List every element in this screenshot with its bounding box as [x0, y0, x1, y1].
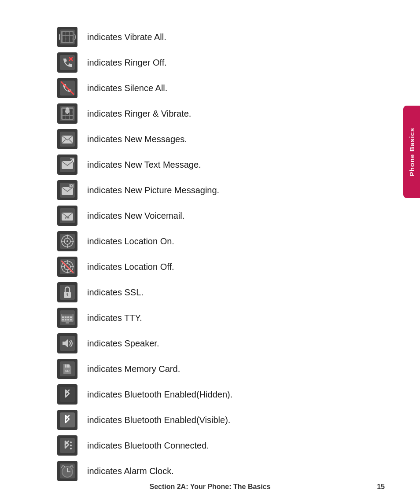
bt-hidden-icon [57, 384, 77, 405]
list-item: indicates Location On. [57, 231, 365, 252]
new-picture-icon [57, 180, 77, 200]
svg-rect-24 [63, 116, 66, 119]
svg-point-99 [71, 465, 73, 467]
svg-rect-2 [63, 32, 66, 35]
svg-rect-81 [66, 364, 68, 368]
list-item: indicates Bluetooth Enabled(Visible). [57, 409, 365, 430]
svg-rect-69 [67, 316, 69, 318]
list-item: indicates TTY. [57, 307, 365, 328]
item-label: indicates Vibrate All. [87, 31, 166, 43]
item-label: indicates Bluetooth Connected. [87, 440, 209, 451]
svg-rect-64 [67, 294, 68, 296]
svg-rect-20 [70, 109, 73, 112]
svg-rect-26 [70, 116, 73, 119]
footer: Section 2A: Your Phone: The Basics 15 [0, 483, 420, 491]
list-item: indicates Vibrate All. [57, 26, 365, 48]
svg-rect-5 [63, 36, 66, 39]
bt-visible-icon [57, 410, 77, 430]
alarm-clock-icon [57, 461, 77, 481]
svg-rect-68 [65, 316, 66, 318]
item-label: indicates Location Off. [87, 261, 174, 272]
svg-rect-9 [66, 39, 69, 42]
item-label: indicates SSL. [87, 287, 144, 298]
vibrate-all-icon [57, 27, 77, 47]
speaker-icon [57, 333, 77, 353]
ringer-vibrate-icon [57, 103, 77, 124]
svg-rect-4 [70, 32, 73, 35]
item-label: indicates Ringer Off. [87, 57, 167, 68]
item-label: indicates Bluetooth Enabled(Visible). [87, 414, 230, 426]
new-messages-icon [57, 129, 77, 149]
list-item: indicates New Picture Messaging. [57, 180, 365, 201]
page-container: Phone Basics [0, 0, 420, 504]
side-tab: Phone Basics [403, 106, 420, 198]
svg-rect-74 [70, 319, 72, 320]
bt-connected-icon [57, 435, 77, 456]
list-item: indicates Speaker. [57, 333, 365, 354]
ssl-icon [57, 282, 77, 302]
item-label: indicates Speaker. [87, 338, 159, 349]
svg-rect-82 [68, 364, 70, 368]
list-item: indicates Alarm Clock. [57, 460, 365, 482]
svg-text:SD: SD [65, 369, 70, 373]
svg-rect-6 [66, 36, 69, 39]
footer-page: 15 [377, 483, 385, 491]
svg-rect-23 [70, 112, 73, 115]
svg-rect-7 [70, 36, 73, 39]
svg-rect-25 [66, 116, 69, 119]
svg-rect-86 [60, 412, 75, 427]
items-list: indicates Vibrate All. indicates Ringer … [57, 26, 365, 482]
list-item: indicates New Messages. [57, 129, 365, 150]
footer-section: Section 2A: Your Phone: The Basics [26, 483, 394, 491]
svg-rect-11 [60, 55, 75, 70]
silence-all-icon [57, 78, 77, 98]
svg-rect-70 [70, 316, 72, 318]
location-on-icon [57, 231, 77, 251]
list-item: indicates Bluetooth Connected. [57, 435, 365, 456]
list-item: SD indicates Memory Card. [57, 358, 365, 379]
item-label: indicates Memory Card. [87, 363, 180, 375]
new-voicemail-icon: VM [57, 206, 77, 226]
ringer-off-icon [57, 52, 77, 73]
list-item: indicates Ringer Off. [57, 52, 365, 73]
svg-rect-18 [63, 109, 66, 112]
list-item: indicates Silence All. [57, 77, 365, 99]
svg-rect-8 [63, 39, 66, 42]
svg-rect-76 [66, 322, 69, 324]
item-label: indicates Ringer & Vibrate. [87, 108, 191, 119]
svg-point-98 [62, 465, 63, 467]
tty-icon [57, 308, 77, 328]
item-label: indicates Alarm Clock. [87, 465, 174, 477]
item-label: indicates New Picture Messaging. [87, 184, 219, 196]
svg-rect-27 [66, 113, 68, 114]
svg-rect-10 [70, 39, 73, 42]
memory-card-icon: SD [57, 359, 77, 379]
item-label: indicates TTY. [87, 312, 142, 324]
side-tab-label: Phone Basics [408, 128, 416, 176]
svg-rect-71 [62, 319, 64, 320]
list-item: indicates New Text Message. [57, 154, 365, 175]
item-label: indicates New Voicemail. [87, 210, 184, 221]
svg-rect-75 [62, 314, 73, 316]
svg-rect-72 [65, 319, 66, 320]
svg-rect-21 [63, 112, 66, 115]
list-item: indicates Bluetooth Enabled(Hidden). [57, 384, 365, 405]
location-off-icon [57, 257, 77, 277]
list-item: indicates Ringer & Vibrate. [57, 103, 365, 124]
new-text-icon [57, 155, 77, 175]
svg-point-52 [66, 240, 68, 242]
svg-point-91 [70, 445, 72, 446]
svg-rect-3 [66, 32, 69, 35]
svg-rect-84 [60, 387, 75, 402]
item-label: indicates Location On. [87, 235, 174, 247]
item-label: indicates New Text Message. [87, 159, 201, 170]
svg-point-90 [70, 441, 72, 443]
svg-rect-73 [67, 319, 69, 320]
svg-point-92 [70, 448, 72, 449]
list-item: indicates Location Off. [57, 256, 365, 277]
svg-point-41 [71, 185, 72, 187]
item-label: indicates Silence All. [87, 82, 167, 94]
item-label: indicates New Messages. [87, 133, 187, 145]
item-label: indicates Bluetooth Enabled(Hidden). [87, 389, 232, 400]
list-item: indicates SSL. [57, 282, 365, 303]
